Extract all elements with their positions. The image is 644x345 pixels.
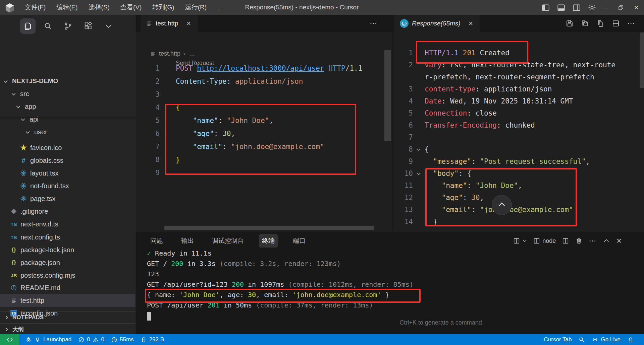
vertical-scrollbar[interactable] <box>640 32 644 88</box>
tree-file-postcss-config-mjs[interactable]: JSpostcss.config.mjs <box>0 269 136 282</box>
tree-folder-api[interactable]: api <box>0 113 136 126</box>
terminal-line: GET / 200 in 3.3s (compile: 3.2s, render… <box>136 259 644 269</box>
problems-indicator[interactable]: 0 0 <box>75 334 108 345</box>
react-icon <box>19 194 28 203</box>
tab-test-http[interactable]: test.http ✕ <box>141 15 198 32</box>
explorer-files-icon[interactable] <box>20 18 36 34</box>
remote-indicator[interactable] <box>0 334 19 345</box>
tree-file-page-tsx[interactable]: page.tsx <box>0 192 136 205</box>
menu-item[interactable]: 编辑(E) <box>51 1 83 13</box>
extensions-icon[interactable] <box>80 18 96 34</box>
search-icon[interactable] <box>40 18 56 34</box>
notifications-bell-icon[interactable] <box>624 334 637 345</box>
ts-icon: TS <box>9 220 18 228</box>
panel-tab[interactable]: 端口 <box>289 234 309 248</box>
menu-bar: 文件(F)编辑(E)选择(S)查看(V)转到(G)运行(R) <box>19 1 212 13</box>
toggle-secondary-sidebar-icon[interactable] <box>571 2 582 13</box>
more-actions-icon[interactable]: ⋯ <box>370 19 378 28</box>
tree-file-not-found-tsx[interactable]: not-found.tsx <box>0 180 136 192</box>
maximize-panel-chevron-up-icon[interactable] <box>603 237 610 245</box>
scroll-to-top-button[interactable] <box>492 195 512 215</box>
menu-item[interactable]: 选择(S) <box>83 1 115 13</box>
source-control-icon[interactable] <box>60 18 76 34</box>
terminal-hint: Ctrl+K to generate a command <box>323 319 558 326</box>
tree-file-globals-css[interactable]: #globals.css <box>0 154 136 167</box>
save-all-icon[interactable] <box>581 19 589 27</box>
menu-item[interactable]: 文件(F) <box>19 1 51 13</box>
toggle-primary-sidebar-icon[interactable] <box>540 2 551 13</box>
code-line: 6 "age": 30, <box>136 127 392 140</box>
tree-file-package-json[interactable]: {}package.json <box>0 256 136 269</box>
toggle-panel-icon[interactable] <box>555 2 567 13</box>
launchpad-label: Launchpad <box>43 336 71 343</box>
tab-close-icon[interactable]: ✕ <box>185 20 193 27</box>
tree-folder-app[interactable]: app <box>0 100 136 113</box>
panel-tab[interactable]: 终端 <box>259 234 278 248</box>
panel-tab[interactable]: 调试控制台 <box>209 234 247 248</box>
tree-folder-user[interactable]: user <box>0 126 136 138</box>
tree-file-readme-md[interactable]: README.md <box>0 281 136 294</box>
code-line: 6Transfer-Encoding: chunked <box>393 119 644 131</box>
tree-folder-src[interactable]: src <box>0 87 136 100</box>
menu-item[interactable]: 转到(G) <box>147 1 179 13</box>
terminal-output[interactable]: ✓ Ready in 11.1sGET / 200 in 3.3s (compi… <box>136 248 644 310</box>
zoom-magnifier-icon[interactable] <box>575 334 588 345</box>
go-live-button[interactable]: Go Live <box>588 334 624 345</box>
breadcrumb-file[interactable]: test.http <box>159 50 180 57</box>
more-actions-icon[interactable]: ⋯ <box>627 19 635 28</box>
tree-file-layout-tsx[interactable]: layout.tsx <box>0 167 136 180</box>
code-line: 3 <box>136 88 392 101</box>
save-icon[interactable] <box>566 19 574 27</box>
tree-file-test-http[interactable]: test.http <box>0 294 136 307</box>
more-actions-icon[interactable]: ⋯ <box>589 236 597 245</box>
cursor-logo-icon <box>5 2 15 12</box>
breadcrumb-more[interactable]: … <box>189 50 195 57</box>
menu-item[interactable]: 查看(V) <box>115 1 147 13</box>
response-size-indicator[interactable]: 292 B <box>137 334 167 345</box>
code-line: 1POST http://localhost:3000/api/user HTT… <box>136 62 392 75</box>
tree-file-package-lock-json[interactable]: {}package-lock.json <box>0 244 136 256</box>
code-line: 12 "age": 30, <box>393 192 644 204</box>
vertical-scrollbar[interactable] <box>384 50 391 141</box>
tree-file-next-env-d-ts[interactable]: TSnext-env.d.ts <box>0 218 136 230</box>
panel-tab[interactable]: 输出 <box>178 234 197 248</box>
panel-tab[interactable]: 问题 <box>147 234 166 248</box>
window-restore-button[interactable] <box>613 0 629 15</box>
response-code[interactable]: 1HTTP/1.1 201 Created2vary: rsc, next-ro… <box>393 47 644 228</box>
tree-file-favicon-ico[interactable]: ★favicon.ico <box>0 141 136 154</box>
chevron-down-icon[interactable] <box>101 18 116 34</box>
window-minimize-button[interactable]: — <box>598 0 613 15</box>
horizontal-scrollbar[interactable] <box>164 226 374 230</box>
code-line: 1HTTP/1.1 201 Created <box>393 47 644 59</box>
window-close-button[interactable]: ✕ <box>629 0 644 15</box>
code-line: 2vary: rsc, next-router-state-tree, next… <box>393 59 644 71</box>
copy-files-icon[interactable] <box>596 19 604 27</box>
close-panel-icon[interactable]: ✕ <box>616 237 622 245</box>
sidebar-section-outline[interactable]: 大纲 <box>0 323 136 335</box>
response-time-indicator[interactable]: 55ms <box>108 334 137 345</box>
tree-file-next-config-ts[interactable]: TSnext.config.ts <box>0 231 136 244</box>
terminal-new-dropdown[interactable] <box>513 237 527 245</box>
terminal-line: GET /api/user?id=123 200 in 1097ms (comp… <box>136 279 644 290</box>
settings-gear-icon[interactable] <box>586 2 598 13</box>
right-editor-actions: ⋯ <box>566 15 635 32</box>
terminal-instance-node[interactable]: node <box>533 237 556 245</box>
cursor-tab-indicator[interactable]: Cursor Tab <box>541 334 575 345</box>
status-bar: Launchpad 0 0 55ms 292 B Cursor Tab Go <box>0 334 644 345</box>
code-line: 10 "body": { <box>393 167 644 180</box>
request-code[interactable]: 1POST http://localhost:3000/api/user HTT… <box>136 62 392 180</box>
sidebar-section-notepads[interactable]: NOTEPADS <box>0 311 136 323</box>
fold-chevron-icon[interactable] <box>413 167 425 180</box>
kill-terminal-trash-icon[interactable] <box>575 237 583 245</box>
split-terminal-icon[interactable] <box>562 237 569 245</box>
warning-count: 0 <box>101 336 104 343</box>
chevron-down-icon <box>11 91 18 97</box>
fold-chevron-icon[interactable] <box>413 143 425 155</box>
split-editor-icon[interactable] <box>612 19 620 27</box>
tab-response[interactable]: {␣} Response(55ms) ✕ <box>394 15 480 32</box>
tab-close-icon[interactable]: ✕ <box>467 20 475 27</box>
launchpad-button[interactable]: Launchpad <box>22 334 75 345</box>
warnings-icon <box>93 337 99 343</box>
tree-root[interactable]: NEXTJS-DEMO <box>0 75 136 87</box>
tree-file--gitignore[interactable]: .gitignore <box>0 205 136 218</box>
